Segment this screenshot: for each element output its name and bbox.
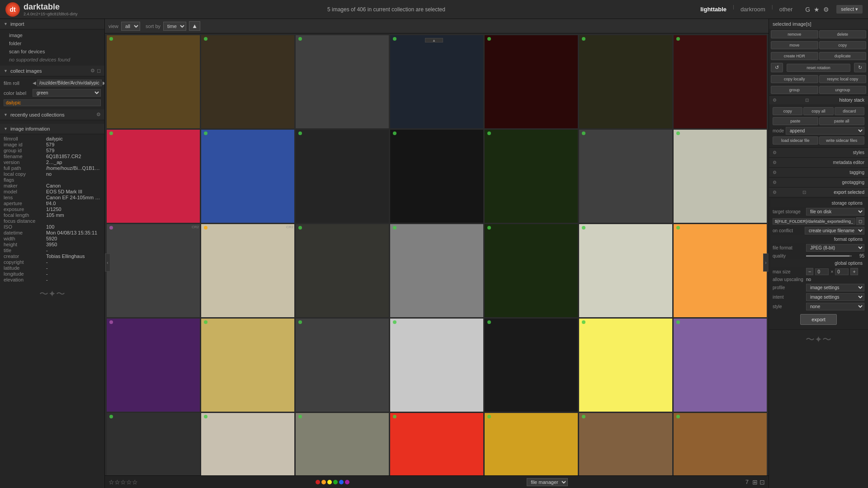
thumb-35[interactable]: [674, 413, 767, 475]
left-panel-collapse[interactable]: ‹: [105, 253, 110, 272]
collect-expand-icon[interactable]: ◻: [97, 68, 101, 74]
thumb-32[interactable]: [390, 413, 483, 475]
tab-darkroom[interactable]: darkroom: [735, 4, 771, 14]
thumb-18[interactable]: [390, 224, 483, 317]
thumb-22[interactable]: [107, 319, 200, 412]
thumb-19[interactable]: [485, 224, 578, 317]
rotate-cw-btn[interactable]: ↻: [854, 63, 866, 72]
group-btn[interactable]: group: [771, 86, 818, 94]
target-storage-select[interactable]: file on disk: [806, 208, 864, 216]
copy-locally-btn[interactable]: copy locally: [771, 75, 818, 83]
remove-btn[interactable]: remove: [771, 30, 818, 38]
color-dot-5[interactable]: [345, 480, 349, 484]
thumb-20[interactable]: [579, 224, 672, 317]
tab-lighttable[interactable]: lighttable: [695, 4, 732, 14]
thumb-14[interactable]: [674, 130, 767, 223]
mode-select[interactable]: append: [786, 127, 864, 135]
resync-local-btn[interactable]: resync local copy: [819, 75, 867, 83]
sort-direction-btn[interactable]: ▲: [189, 21, 200, 31]
thumb-23[interactable]: [201, 319, 294, 412]
color-label-select[interactable]: green: [33, 89, 101, 97]
collections-icon[interactable]: G: [805, 6, 810, 13]
load-sidecar-btn[interactable]: load sidecar file: [773, 136, 818, 145]
metadata-editor-header[interactable]: ⚙ metadata editor: [769, 158, 868, 168]
import-image[interactable]: image: [0, 31, 104, 39]
intent-select[interactable]: image settings: [806, 293, 864, 301]
image-grid-container[interactable]: CR2CR2: [105, 33, 769, 475]
profile-select[interactable]: image settings: [806, 284, 864, 291]
thumb-29[interactable]: [107, 413, 200, 475]
thumb-3[interactable]: [296, 35, 389, 128]
write-sidecar-btn[interactable]: write sidecar files: [819, 136, 865, 145]
thumb-11[interactable]: [390, 130, 483, 223]
tagging-header[interactable]: ⚙ tagging: [769, 168, 868, 178]
copy-btn[interactable]: copy: [819, 41, 867, 49]
history-paste-btn[interactable]: paste: [773, 117, 818, 125]
history-copy-btn[interactable]: copy: [773, 107, 802, 115]
ungroup-btn[interactable]: ungroup: [819, 86, 867, 94]
thumb-12[interactable]: [485, 130, 578, 223]
tab-other[interactable]: other: [774, 4, 798, 14]
active-filter-value[interactable]: dailypic: [4, 99, 101, 106]
thumb-2[interactable]: [201, 35, 294, 128]
rotate-ccw-btn[interactable]: ↺: [771, 63, 783, 72]
size-w-minus-btn[interactable]: −: [806, 268, 813, 275]
thumb-33[interactable]: [485, 413, 578, 475]
sort-select[interactable]: time: [163, 22, 186, 31]
film-roll-value[interactable]: /ouzilder/Bilder/Archiv/dailypic: [37, 80, 102, 86]
thumb-31[interactable]: [296, 413, 389, 475]
size-h-plus-btn[interactable]: +: [850, 268, 858, 275]
thumb-8[interactable]: [107, 130, 200, 223]
export-path-input[interactable]: [773, 218, 855, 225]
thumb-9[interactable]: [201, 130, 294, 223]
thumb-15[interactable]: CR2: [107, 224, 200, 317]
image-info-section-header[interactable]: ▼ image information: [0, 124, 104, 134]
bottom-view-select[interactable]: file manager: [527, 478, 568, 486]
select-button[interactable]: select ▾: [836, 5, 863, 14]
styles-header[interactable]: ⚙ styles: [769, 148, 868, 158]
reset-rotation-btn[interactable]: reset rotation: [787, 64, 850, 72]
global-options-header[interactable]: global options: [771, 259, 866, 267]
collect-section-header[interactable]: ▼ collect images ⚙ ◻: [0, 66, 104, 76]
thumb-6[interactable]: [579, 35, 672, 128]
duplicate-btn[interactable]: duplicate: [819, 52, 867, 60]
view-select[interactable]: all: [121, 22, 140, 31]
thumb-7[interactable]: [674, 35, 767, 128]
import-folder[interactable]: folder: [0, 39, 104, 47]
history-paste-all-btn[interactable]: paste all: [819, 117, 865, 125]
thumb-24[interactable]: [296, 319, 389, 412]
export-big-btn[interactable]: export: [800, 314, 837, 325]
history-stack-header[interactable]: ⚙ ⊡ history stack: [769, 96, 868, 104]
size-h-input[interactable]: [835, 268, 849, 275]
size-w-input[interactable]: [815, 268, 829, 275]
delete-btn[interactable]: delete: [819, 30, 867, 38]
color-dot-2[interactable]: [327, 480, 332, 484]
storage-options-header[interactable]: storage options: [771, 199, 866, 207]
thumb-4[interactable]: [390, 35, 483, 128]
geotagging-header[interactable]: ⚙ geotagging: [769, 178, 868, 188]
thumb-10[interactable]: [296, 130, 389, 223]
color-dot-4[interactable]: [339, 480, 344, 484]
top-collapse-btn[interactable]: ▲: [425, 38, 443, 42]
thumb-25[interactable]: [390, 319, 483, 412]
color-dot-1[interactable]: [321, 480, 326, 484]
conflict-select[interactable]: create unique filename: [805, 227, 864, 235]
thumb-34[interactable]: [579, 413, 672, 475]
recently-section-header[interactable]: ▼ recently used collections ⚙: [0, 109, 104, 120]
thumb-5[interactable]: [485, 35, 578, 128]
color-dot-3[interactable]: [333, 480, 338, 484]
history-discard-btn[interactable]: discard: [835, 107, 864, 115]
settings-icon[interactable]: ⚙: [823, 6, 829, 13]
thumb-30[interactable]: [201, 413, 294, 475]
thumb-28[interactable]: [674, 319, 767, 412]
zoom-icon[interactable]: ⊡: [760, 479, 765, 486]
selected-images-header[interactable]: selected image[s]: [769, 19, 868, 29]
thumb-13[interactable]: [579, 130, 672, 223]
collect-settings-icon[interactable]: ⚙: [90, 68, 95, 74]
move-btn[interactable]: move: [771, 41, 818, 49]
history-copy-all-btn[interactable]: copy all: [803, 107, 833, 115]
file-format-select[interactable]: JPEG (8-bit): [806, 244, 864, 252]
export-selected-header[interactable]: ⚙ ⊡ export selected: [769, 188, 868, 197]
style-select[interactable]: none: [806, 303, 864, 310]
import-scan-devices[interactable]: scan for devices: [0, 47, 104, 56]
